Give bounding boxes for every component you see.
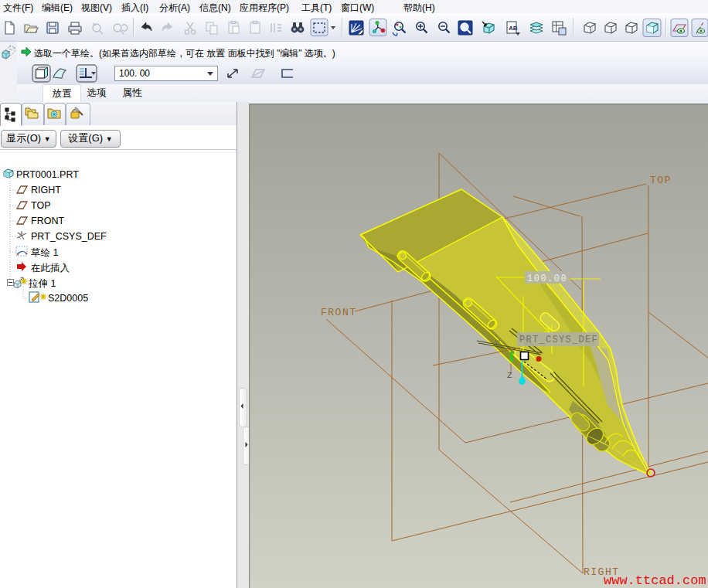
svg-text:100.00: 100.00: [527, 274, 567, 284]
svg-text:AB: AB: [509, 25, 518, 32]
svg-text:y: y: [495, 338, 500, 347]
svg-text:Z: Z: [507, 371, 512, 380]
svg-text:PRT_CSYS_DEF: PRT_CSYS_DEF: [519, 335, 598, 345]
svg-text:FRONT: FRONT: [321, 307, 357, 318]
svg-text:TOP: TOP: [650, 175, 672, 186]
svg-text:100. 00: 100. 00: [119, 68, 150, 79]
